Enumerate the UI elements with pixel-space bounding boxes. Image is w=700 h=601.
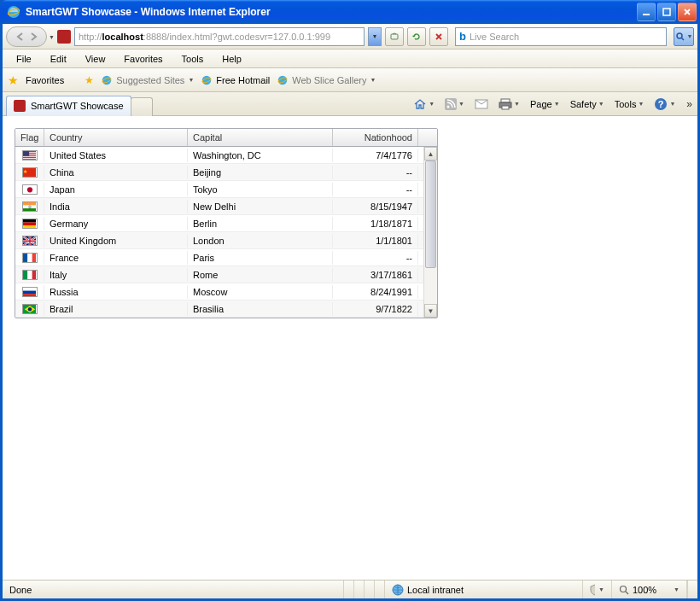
help-button[interactable]: ?▼ [651, 96, 678, 113]
table-row[interactable]: GermanyBerlin1/18/1871 [15, 215, 437, 232]
tab-label: SmartGWT Showcase [31, 101, 124, 111]
page-menu[interactable]: Page▼ [528, 97, 563, 111]
header-country[interactable]: Country [44, 129, 188, 146]
intranet-icon [392, 584, 404, 596]
cell-nationhood: 8/24/1991 [333, 285, 418, 299]
read-mail-button[interactable] [472, 97, 491, 111]
cell-flag [15, 217, 44, 230]
svg-point-5 [677, 33, 682, 38]
minimize-button[interactable] [637, 3, 656, 21]
cell-flag [15, 183, 44, 196]
tab-smartgwt-showcase[interactable]: SmartGWT Showcase [6, 96, 131, 116]
new-tab-button[interactable] [131, 97, 153, 116]
compat-view-button[interactable] [385, 27, 404, 46]
svg-rect-34 [23, 208, 37, 212]
forward-icon [28, 32, 38, 42]
svg-rect-3 [663, 9, 670, 15]
feeds-button[interactable]: ▼ [442, 96, 467, 112]
web-slice-gallery-link[interactable]: Web Slice Gallery▼ [277, 74, 376, 86]
table-row[interactable]: IndiaNew Delhi8/15/1947 [15, 198, 437, 215]
svg-rect-37 [23, 222, 37, 225]
cell-country: United Kingdom [44, 234, 188, 248]
suggested-sites-link[interactable]: Suggested Sites▼ [101, 74, 194, 86]
security-zone[interactable]: Local intranet [385, 581, 583, 598]
header-flag[interactable]: Flag [15, 129, 44, 146]
svg-rect-28 [23, 168, 37, 178]
bing-icon: b [459, 30, 466, 43]
ie-icon [7, 5, 20, 19]
table-row[interactable]: ItalyRome3/17/1861 [15, 266, 437, 283]
safety-menu[interactable]: Safety▼ [568, 97, 607, 111]
svg-point-6 [102, 75, 112, 85]
table-row[interactable]: JapanTokyo-- [15, 181, 437, 198]
address-bar[interactable]: http://localhost:8888/index.html?gwt.cod… [74, 27, 365, 46]
menu-file[interactable]: File [8, 51, 40, 67]
menu-help[interactable]: Help [213, 51, 250, 67]
table-row[interactable]: United StatesWashington, DC7/4/1776 [15, 147, 437, 164]
header-capital[interactable]: Capital [188, 129, 333, 146]
chevron-down-icon[interactable]: ▼ [49, 34, 55, 40]
search-button[interactable]: ▼ [674, 27, 694, 46]
flag-icon-ru [22, 287, 38, 297]
add-favorite-icon[interactable]: ★ [85, 74, 94, 86]
scroll-up-icon[interactable]: ▲ [424, 147, 437, 160]
cell-nationhood: 9/7/1822 [333, 302, 418, 316]
grid-scrollbar[interactable]: ▲ ▼ [423, 147, 437, 318]
cell-flag [15, 166, 44, 179]
cell-capital: London [188, 234, 333, 248]
svg-text:?: ? [658, 99, 664, 109]
cell-country: United States [44, 149, 188, 162]
menu-edit[interactable]: Edit [42, 51, 75, 67]
favorites-label[interactable]: Favorites [26, 75, 64, 85]
content-area: Flag Country Capital Nationhood United S… [3, 116, 697, 580]
scroll-thumb[interactable] [425, 160, 436, 268]
table-row[interactable]: BrazilBrasilia9/7/1822 [15, 300, 437, 318]
country-grid: Flag Country Capital Nationhood United S… [15, 128, 438, 318]
overflow-icon[interactable]: » [686, 98, 692, 110]
home-button[interactable]: ▼ [411, 96, 437, 113]
table-row[interactable]: FranceParis-- [15, 249, 437, 266]
cell-capital: Washington, DC [188, 149, 333, 162]
back-forward-buttons[interactable]: ▼ [6, 26, 47, 47]
cell-country: France [44, 251, 188, 265]
svg-point-31 [26, 187, 32, 192]
table-row[interactable]: RussiaMoscow8/24/1991 [15, 283, 437, 300]
window-title: SmartGWT Showcase - Windows Internet Exp… [24, 6, 637, 18]
scroll-down-icon[interactable]: ▼ [424, 304, 437, 318]
table-row[interactable]: ChinaBeijing-- [15, 164, 437, 181]
cell-flag [15, 302, 44, 316]
zoom-control[interactable]: 100% ▼ [612, 581, 687, 598]
protected-mode-button[interactable]: ▼ [583, 581, 612, 598]
cell-flag [15, 234, 44, 248]
cell-nationhood: 1/18/1871 [333, 217, 418, 230]
svg-rect-32 [23, 202, 37, 206]
cell-country: Russia [44, 285, 188, 299]
svg-rect-42 [32, 254, 36, 263]
menu-view[interactable]: View [77, 51, 114, 67]
cell-flag [15, 285, 44, 299]
menu-tools[interactable]: Tools [173, 51, 213, 67]
cell-country: India [44, 200, 188, 213]
svg-rect-46 [23, 288, 37, 291]
svg-rect-15 [501, 99, 510, 102]
stop-button[interactable] [429, 27, 448, 46]
grid-body: United StatesWashington, DC7/4/1776China… [15, 147, 437, 318]
free-hotmail-link[interactable]: Free Hotmail [201, 74, 270, 86]
favorites-star-icon[interactable]: ★ [8, 73, 19, 87]
refresh-button[interactable] [407, 27, 426, 46]
maximize-button[interactable] [657, 3, 676, 21]
menu-favorites[interactable]: Favorites [115, 51, 171, 67]
close-button[interactable] [678, 3, 697, 21]
cell-country: Italy [44, 268, 188, 282]
status-bar: Done Local intranet ▼ 100% ▼ [3, 580, 697, 598]
tools-menu[interactable]: Tools▼ [612, 97, 647, 111]
cell-capital: Moscow [188, 285, 333, 299]
address-dropdown[interactable]: ▾ [368, 27, 382, 46]
cell-nationhood: 8/15/1947 [333, 200, 418, 213]
scroll-track[interactable] [424, 160, 437, 304]
header-nationhood[interactable]: Nationhood [333, 129, 418, 146]
print-button[interactable]: ▼ [496, 96, 522, 112]
flag-icon-jp [22, 184, 38, 195]
table-row[interactable]: United KingdomLondon1/1/1801 [15, 232, 437, 249]
search-box[interactable]: b Live Search [455, 27, 667, 46]
